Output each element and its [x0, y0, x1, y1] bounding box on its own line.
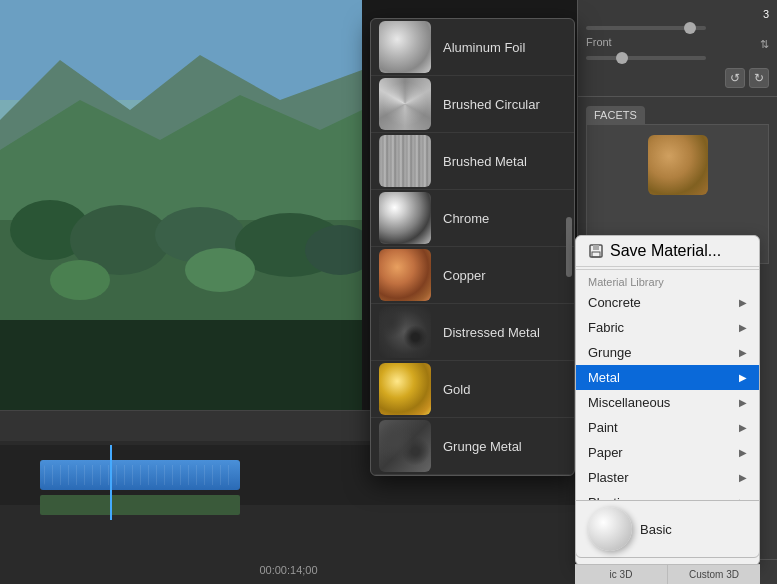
menu-item-label-plaster: Plaster [588, 470, 628, 485]
save-material-item[interactable]: Save Material... [576, 236, 759, 267]
audio-waveform [40, 495, 240, 515]
material-item-aluminum-foil[interactable]: Aluminum Foil [371, 19, 574, 76]
material-thumb-chrome [379, 192, 431, 244]
menu-item-label-metal: Metal [588, 370, 620, 385]
material-name-copper: Copper [443, 268, 486, 283]
submenu-arrow-paint: ▶ [739, 422, 747, 433]
material-thumb-distressed-metal [379, 306, 431, 358]
menu-item-metal[interactable]: Metal ▶ [576, 365, 759, 390]
material-list: Aluminum Foil Brushed Circular Brushed M… [371, 19, 574, 475]
menu-item-label-paper: Paper [588, 445, 623, 460]
material-name-brushed-circular: Brushed Circular [443, 97, 540, 112]
material-name-brushed-metal: Brushed Metal [443, 154, 527, 169]
front-arrow[interactable]: ⇅ [760, 38, 769, 51]
material-preview-thumb [648, 135, 708, 195]
material-name-gold: Gold [443, 382, 470, 397]
slider-track-2[interactable] [586, 56, 706, 60]
menu-item-label-miscellaneous: Miscellaneous [588, 395, 670, 410]
bottom-tabs: ic 3D Custom 3D [575, 564, 760, 584]
tab-custom-3d[interactable]: Custom 3D [668, 565, 760, 584]
facets-tab[interactable]: FACETS [586, 106, 645, 124]
basic-preview-area: Basic [575, 500, 760, 558]
divider [576, 269, 759, 270]
material-thumb-gold [379, 363, 431, 415]
menu-item-label-paint: Paint [588, 420, 618, 435]
material-thumb-grunge-metal [379, 420, 431, 472]
slider-thumb[interactable] [684, 22, 696, 34]
timecode-display: 00:00:14;00 [259, 564, 317, 576]
submenu-arrow-fabric: ▶ [739, 322, 747, 333]
menu-item-label-fabric: Fabric [588, 320, 624, 335]
slider-thumb-2[interactable] [616, 52, 628, 64]
rotate-controls: ↺ ↻ [586, 68, 769, 88]
rotate-right-button[interactable]: ↻ [749, 68, 769, 88]
front-label: Front [586, 36, 612, 48]
menu-item-label-concrete: Concrete [588, 295, 641, 310]
panel-top: 3 Front ⇅ ↺ ↻ [578, 0, 777, 97]
submenu-arrow-concrete: ▶ [739, 297, 747, 308]
svg-point-12 [185, 248, 255, 292]
submenu-arrow-metal: ▶ [739, 372, 747, 383]
menu-item-paint[interactable]: Paint ▶ [576, 415, 759, 440]
playhead [110, 445, 112, 520]
menu-item-plaster[interactable]: Plaster ▶ [576, 465, 759, 490]
svg-point-11 [50, 260, 110, 300]
num-value: 3 [763, 8, 769, 20]
material-item-brushed-metal[interactable]: Brushed Metal [371, 133, 574, 190]
menu-item-grunge[interactable]: Grunge ▶ [576, 340, 759, 365]
video-preview [0, 0, 362, 410]
basic-sphere-preview [588, 507, 632, 551]
save-material-label: Save Material... [610, 242, 721, 260]
material-item-chrome[interactable]: Chrome [371, 190, 574, 247]
material-thumb-aluminum-foil [379, 21, 431, 73]
tab-ic-3d[interactable]: ic 3D [575, 565, 668, 584]
basic-label: Basic [640, 522, 672, 537]
material-item-grunge-metal[interactable]: Grunge Metal [371, 418, 574, 475]
material-item-gold[interactable]: Gold [371, 361, 574, 418]
material-thumb-brushed-circular [379, 78, 431, 130]
material-thumb-copper [379, 249, 431, 301]
menu-item-label-grunge: Grunge [588, 345, 631, 360]
menu-item-paper[interactable]: Paper ▶ [576, 440, 759, 465]
num-row: 3 [586, 8, 769, 20]
menu-item-concrete[interactable]: Concrete ▶ [576, 290, 759, 315]
material-library-label: Material Library [576, 272, 759, 290]
material-name-distressed-metal: Distressed Metal [443, 325, 540, 340]
submenu-arrow-miscellaneous: ▶ [739, 397, 747, 408]
submenu-arrow-plaster: ▶ [739, 472, 747, 483]
material-name-grunge-metal: Grunge Metal [443, 439, 522, 454]
rotate-left-button[interactable]: ↺ [725, 68, 745, 88]
submenu-arrow-grunge: ▶ [739, 347, 747, 358]
material-thumb-brushed-metal [379, 135, 431, 187]
front-row: Front ⇅ [586, 36, 769, 52]
svg-rect-10 [0, 320, 362, 410]
material-panel: Front Edge: Bevel ▼ Aluminum Foil Brushe… [370, 18, 575, 476]
submenu-arrow-paper: ▶ [739, 447, 747, 458]
svg-rect-14 [593, 245, 599, 250]
scroll-indicator[interactable] [566, 217, 572, 277]
material-item-brushed-circular[interactable]: Brushed Circular [371, 76, 574, 133]
material-item-distressed-metal[interactable]: Distressed Metal [371, 304, 574, 361]
menu-item-fabric[interactable]: Fabric ▶ [576, 315, 759, 340]
menu-item-miscellaneous[interactable]: Miscellaneous ▶ [576, 390, 759, 415]
material-item-copper[interactable]: Copper [371, 247, 574, 304]
save-icon [588, 243, 604, 259]
material-name-aluminum-foil: Aluminum Foil [443, 40, 525, 55]
video-clip[interactable] [40, 460, 240, 490]
slider-track[interactable] [586, 26, 706, 30]
material-name-chrome: Chrome [443, 211, 489, 226]
